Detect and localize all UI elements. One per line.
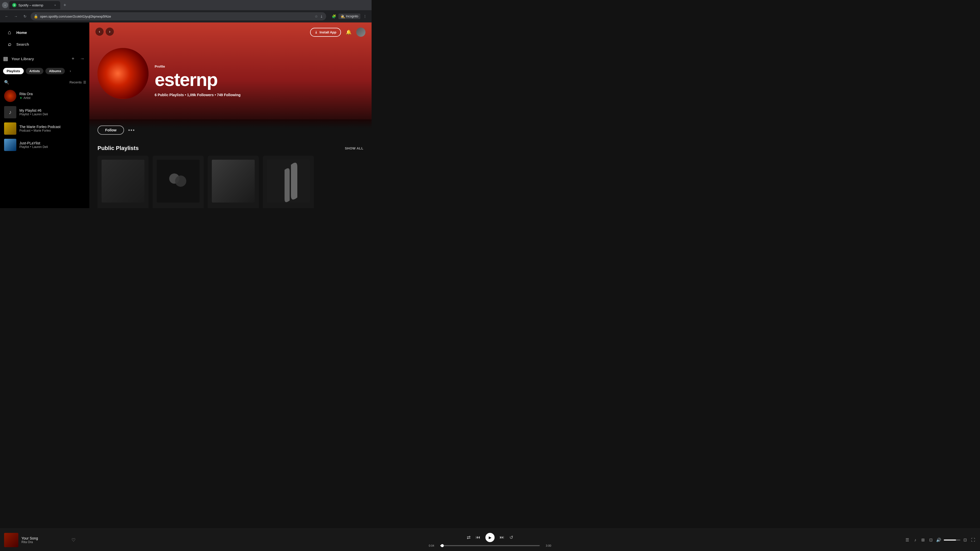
list-item-type: Artist	[24, 96, 30, 100]
section-title: Public Playlists	[97, 145, 138, 151]
library-expand-btn[interactable]: →	[78, 55, 86, 63]
profile-content: Profile esternp 6 Public Playlists • 1,0…	[97, 48, 363, 99]
podcast-art	[4, 122, 16, 135]
playlist-art-thumb	[212, 160, 255, 203]
list-item-owner: Lauren Deli	[32, 113, 48, 116]
list-item[interactable]: Rita Ora ✦ Artist	[2, 88, 87, 104]
library-search-btn[interactable]: 🔍	[3, 79, 10, 86]
filter-more-btn[interactable]: ›	[67, 67, 74, 75]
verified-icon: ✦	[19, 96, 22, 100]
library-label: Your Library	[11, 57, 34, 61]
list-item-info: My Playlist #6 Playlist • Lauren Deli	[19, 108, 85, 116]
forward-btn[interactable]: →	[12, 13, 19, 20]
bookmark-icon[interactable]: ☆	[315, 14, 318, 18]
playlist-art-thumb	[102, 160, 145, 203]
library-actions: + →	[69, 55, 86, 63]
forward-arrow-btn[interactable]: ›	[106, 27, 114, 36]
incognito-label: Incognito	[346, 14, 358, 18]
address-bar[interactable]: 🔒 open.spotify.com/user/2coklrt1lyujl2kp…	[30, 12, 326, 21]
filter-playlists-btn[interactable]: Playlists	[3, 68, 24, 74]
new-tab-btn[interactable]: +	[61, 2, 68, 9]
sort-list-icon: ☰	[83, 80, 86, 84]
back-btn[interactable]: ←	[3, 13, 10, 20]
main-content: ‹ › ⤓ Install App 🔔	[89, 22, 372, 208]
playlist-card[interactable]	[263, 156, 314, 208]
profile-stats: 6 Public Playlists • 1,09k Followers • 7…	[155, 93, 363, 97]
sort-btn[interactable]: Recents ☰	[69, 80, 86, 84]
playlist-card[interactable]	[153, 156, 204, 208]
playlists-grid	[89, 156, 372, 208]
list-item-meta: Podcast • Marie Forleo	[19, 129, 85, 132]
profile-actions-section: Follow •••	[89, 119, 372, 141]
library-header[interactable]: ▤ Your Library + →	[0, 52, 89, 65]
library-title-area: ▤ Your Library	[3, 56, 69, 62]
list-item-info: The Marie Forleo Podcast Podcast • Marie…	[19, 125, 85, 132]
list-item-name: My Playlist #6	[19, 108, 85, 113]
download-icon[interactable]: ⤓	[320, 14, 323, 18]
sort-label: Recents	[69, 80, 82, 84]
nav-arrows: ‹ ›	[95, 27, 114, 36]
sidebar-item-home[interactable]: ⌂ Home	[3, 27, 86, 38]
list-item-owner: Lauren Deli	[32, 145, 48, 149]
list-item[interactable]: Just-PLaYlist Playlist • Lauren Deli	[2, 137, 87, 153]
list-item-info: Rita Ora ✦ Artist	[19, 92, 85, 100]
menu-btn[interactable]: ⋮	[361, 13, 369, 20]
list-item-meta: ✦ Artist	[19, 96, 85, 100]
install-app-btn[interactable]: ⤓ Install App	[310, 28, 341, 37]
list-item-name: Rita Ora	[19, 92, 85, 96]
search-icon: ⌕	[6, 41, 13, 48]
stats-text: 6 Public Playlists • 1,09k Followers • 7…	[155, 93, 241, 97]
library-items-list: Rita Ora ✦ Artist ♪ My Playlist #6 Playl…	[0, 88, 89, 208]
profile-type-label: Profile	[155, 65, 363, 68]
playlist-art-2	[4, 139, 16, 151]
playlist-art-thumb	[267, 160, 310, 203]
profile-avatar	[97, 48, 148, 99]
more-options-btn[interactable]: •••	[128, 127, 135, 133]
sidebar: ⌂ Home ⌕ Search ▤ Your Library + → Playl…	[0, 22, 89, 208]
library-add-btn[interactable]: +	[69, 55, 77, 63]
install-app-label: Install App	[320, 30, 336, 34]
back-arrow-icon: ‹	[99, 29, 100, 34]
artist-avatar	[4, 90, 16, 102]
bell-icon: 🔔	[346, 29, 352, 35]
tab-carousel-btn[interactable]: ‹	[2, 2, 8, 8]
list-item-owner: Marie Forleo	[34, 129, 51, 132]
playlist-card[interactable]	[97, 156, 148, 208]
home-icon: ⌂	[6, 29, 13, 36]
list-item[interactable]: ♪ My Playlist #6 Playlist • Lauren Deli	[2, 104, 87, 121]
profile-header: ‹ › ⤓ Install App 🔔	[89, 22, 372, 119]
profile-buttons: Follow •••	[97, 125, 363, 135]
forward-arrow-icon: ›	[109, 29, 110, 34]
list-item[interactable]: The Marie Forleo Podcast Podcast • Marie…	[2, 121, 87, 137]
show-all-btn[interactable]: Show all	[345, 146, 363, 150]
list-item-meta: Playlist • Lauren Deli	[19, 145, 85, 149]
follow-btn[interactable]: Follow	[97, 125, 124, 135]
notifications-btn[interactable]: 🔔	[344, 27, 353, 37]
user-avatar[interactable]	[356, 27, 366, 37]
sidebar-item-search[interactable]: ⌕ Search	[3, 38, 86, 50]
reload-btn[interactable]: ↻	[21, 13, 29, 20]
list-item-type: Podcast	[19, 129, 30, 132]
extensions-btn[interactable]: 🧩	[330, 13, 337, 20]
back-arrow-btn[interactable]: ‹	[95, 27, 103, 36]
search-sort-bar: 🔍 Recents ☰	[0, 76, 89, 88]
list-item-meta: Playlist • Lauren Deli	[19, 113, 85, 116]
tab-favicon: S	[12, 3, 16, 7]
active-tab[interactable]: S Spotify – esternp ×	[9, 1, 60, 9]
playlist-card[interactable]	[208, 156, 259, 208]
sidebar-home-label: Home	[16, 30, 27, 35]
tab-close-btn[interactable]: ×	[53, 3, 57, 7]
profile-username: esternp	[155, 70, 363, 89]
header-actions: ⤓ Install App 🔔	[310, 27, 366, 37]
list-item-name: The Marie Forleo Podcast	[19, 125, 85, 129]
public-playlists-section: Public Playlists Show all	[89, 141, 372, 208]
filter-artists-btn[interactable]: Artists	[26, 68, 43, 74]
svg-point-1	[175, 176, 186, 187]
library-icon: ▤	[3, 56, 8, 62]
list-item-type: Playlist	[19, 145, 29, 149]
list-item-info: Just-PLaYlist Playlist • Lauren Deli	[19, 141, 85, 149]
url-text: open.spotify.com/user/2coklrt1lyujl2kprw…	[40, 14, 313, 18]
incognito-btn[interactable]: 🕵 Incognito	[339, 14, 360, 19]
filter-albums-btn[interactable]: Albums	[45, 68, 65, 74]
profile-info: Profile esternp 6 Public Playlists • 1,0…	[155, 65, 363, 99]
